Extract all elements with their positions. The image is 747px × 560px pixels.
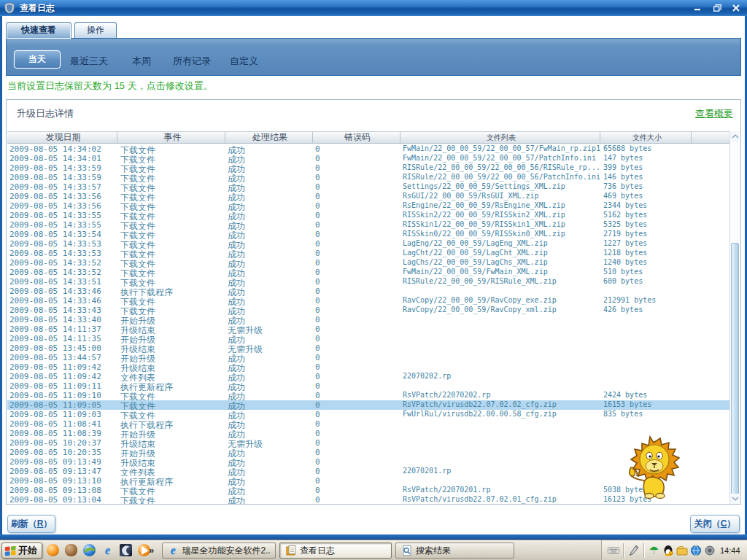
- table-row[interactable]: 2009-08-05 14:33:52 下载文件 成功 0 FwMain/22_…: [7, 268, 731, 277]
- vertical-scrollbar[interactable]: [729, 131, 740, 504]
- table-row[interactable]: 2009-08-05 11:08:41 执行下载程序 成功 0: [7, 419, 731, 429]
- cell-date: 2009-08-05 14:33:56: [7, 192, 117, 201]
- speaker-icon[interactable]: [703, 545, 716, 557]
- cell-result: 成功: [225, 230, 313, 239]
- table-row[interactable]: 2009-08-05 11:09:05 下载文件 成功 0 RsVPatch/v…: [7, 400, 731, 410]
- umbrella-icon[interactable]: ☂: [648, 545, 660, 557]
- cell-file: [400, 429, 600, 438]
- globe-icon[interactable]: [689, 545, 702, 557]
- scrollbar-thumb[interactable]: [731, 243, 739, 495]
- cell-date: 2009-08-05 11:09:11: [7, 381, 117, 391]
- filter-allrecords[interactable]: 所有记录: [173, 55, 211, 68]
- tab-operations[interactable]: 操作: [74, 22, 117, 38]
- keyboard-icon[interactable]: [607, 545, 619, 557]
- table-row[interactable]: 2009-08-05 13:45:00 升级结束 无需升级 0: [7, 343, 731, 353]
- table-row[interactable]: 2009-08-05 14:33:51 下载文件 成功 0 RISRule/22…: [7, 277, 731, 287]
- cell-code: 0: [313, 486, 400, 495]
- header-file[interactable]: 文件列表: [400, 132, 600, 143]
- table-row[interactable]: 2009-08-05 14:33:55 下载文件 成功 0 RISSkin2/2…: [7, 211, 731, 220]
- cell-date: 2009-08-05 14:34:02: [7, 144, 117, 154]
- table-row[interactable]: 2009-08-05 14:33:46 执行下载程序 成功 0: [7, 287, 731, 296]
- cell-result: 成功: [225, 258, 313, 268]
- cell-date: 2009-08-05 09:13:10: [7, 476, 117, 486]
- cell-date: 2009-08-05 14:33:52: [7, 258, 117, 268]
- filter-today-button[interactable]: 当天: [14, 50, 61, 69]
- scroll-up-icon[interactable]: [730, 131, 740, 141]
- filter-last3days[interactable]: 最近三天: [70, 55, 108, 68]
- table-row[interactable]: 2009-08-05 14:33:57 下载文件 成功 0 Settings/2…: [7, 182, 731, 192]
- table-row[interactable]: 2009-08-05 14:33:56 下载文件 成功 0 RsEngine/2…: [7, 201, 731, 211]
- table-row[interactable]: 2009-08-05 14:33:53 下载文件 成功 0 LagCht/22_…: [7, 249, 731, 258]
- pen-icon[interactable]: [627, 545, 640, 557]
- table-row[interactable]: 2009-08-05 14:33:43 下载文件 成功 0 RavCopy/22…: [7, 306, 731, 315]
- close-button[interactable]: [731, 3, 741, 12]
- filter-thisweek[interactable]: 本周: [132, 55, 151, 68]
- emule-icon[interactable]: [65, 544, 77, 556]
- table-row[interactable]: 2009-08-05 11:09:03 下载文件 成功 0 FwUrlRul/v…: [7, 410, 731, 419]
- table-row[interactable]: 2009-08-05 14:33:54 下载文件 成功 0 RISSkin0/2…: [7, 230, 731, 239]
- cell-file: RISRule/22_00_00_59/22_00_00_56/RISRule_…: [400, 163, 600, 173]
- cell-code: 0: [313, 391, 400, 400]
- table-row[interactable]: 2009-08-05 13:44:57 开始升级 成功 0: [7, 353, 731, 362]
- ie-icon: e: [167, 545, 179, 557]
- cell-code: 0: [313, 448, 400, 457]
- cell-date: 2009-08-05 09:13:04: [7, 495, 117, 504]
- qq-icon[interactable]: [662, 545, 674, 557]
- table-row[interactable]: 2009-08-05 14:11:35 开始升级 成功 0: [7, 334, 731, 343]
- table-row[interactable]: 2009-08-05 14:33:53 下载文件 成功 0 LagEng/22_…: [7, 239, 731, 249]
- scroll-down-icon[interactable]: [730, 494, 740, 504]
- table-row[interactable]: 2009-08-05 14:33:59 下载文件 成功 0 RISRule/22…: [7, 173, 731, 182]
- taskbar-task-item[interactable]: e瑞星全功能安全软件2...: [162, 542, 276, 559]
- cell-event: 开始升级: [117, 353, 225, 362]
- table-row[interactable]: 2009-08-05 14:33:40 开始升级 成功 0: [7, 315, 731, 324]
- maxthon-icon[interactable]: [47, 544, 59, 556]
- table-row[interactable]: 2009-08-05 14:33:52 下载文件 成功 0 LagChs/22_…: [7, 258, 731, 268]
- refresh-button[interactable]: 刷新（R）: [7, 515, 55, 533]
- google-earth-icon[interactable]: [83, 544, 96, 556]
- cell-event: 下载文件: [117, 173, 225, 182]
- table-row[interactable]: 2009-08-05 14:34:02 下载文件 成功 0 FwMain/22_…: [7, 144, 731, 154]
- cell-size: [600, 334, 692, 343]
- taskbar-task-active[interactable]: 查看日志: [279, 542, 392, 559]
- header-event[interactable]: 事件: [117, 132, 225, 143]
- ie-icon[interactable]: e: [101, 544, 114, 556]
- table-row[interactable]: 2009-08-05 14:33:55 下载文件 成功 0 RISSkin1/2…: [7, 220, 731, 230]
- tab-quick-view[interactable]: 快速查看: [6, 22, 71, 39]
- table-row[interactable]: 2009-08-05 11:09:10 下载文件 成功 0 RsVPatch/2…: [7, 391, 731, 400]
- cell-file: RISRule/22_00_00_59/RISRule_XML.zip: [400, 277, 600, 287]
- tray-separator: [643, 543, 644, 558]
- taskbar-task-item[interactable]: 搜索结果: [395, 542, 514, 559]
- header-date[interactable]: 发现日期: [7, 132, 117, 143]
- cell-result: 成功: [225, 163, 313, 173]
- cell-code: 0: [313, 429, 400, 438]
- quicklaunch-overflow-chevron[interactable]: »: [149, 545, 154, 556]
- minimize-button[interactable]: [693, 3, 703, 12]
- cell-file: LagEng/22_00_00_59/LagEng_XML.zip: [400, 239, 600, 249]
- close-dialog-button[interactable]: 关闭（C）: [690, 515, 740, 533]
- table-row[interactable]: 2009-08-05 14:33:59 下载文件 成功 0 RISRule/22…: [7, 163, 731, 173]
- table-row[interactable]: 2009-08-05 14:11:37 升级结束 无需升级 0: [7, 324, 731, 334]
- retention-status-line[interactable]: 当前设置日志保留天数为 15 天，点击修改设置。: [7, 79, 213, 93]
- header-code[interactable]: 错误码: [313, 132, 400, 143]
- table-row[interactable]: 2009-08-05 14:34:01 下载文件 成功 0 FwMain/22_…: [7, 154, 731, 163]
- cell-file: [400, 476, 600, 486]
- cell-result: 成功: [225, 457, 313, 467]
- cell-code: 0: [313, 381, 400, 391]
- table-row[interactable]: 2009-08-05 14:33:46 下载文件 成功 0 RavCopy/22…: [7, 296, 731, 306]
- header-result[interactable]: 处理结果: [225, 132, 313, 143]
- table-row[interactable]: 2009-08-05 14:33:56 下载文件 成功 0 RsGUI/22_0…: [7, 192, 731, 201]
- table-row[interactable]: 2009-08-05 11:09:42 升级结束 成功 0: [7, 362, 731, 372]
- cell-size: 736 bytes: [600, 182, 692, 192]
- restore-button[interactable]: [712, 3, 722, 12]
- view-summary-link[interactable]: 查看概要: [695, 107, 733, 120]
- cell-event: 升级结束: [117, 438, 225, 448]
- folder-icon[interactable]: [676, 545, 688, 557]
- header-size[interactable]: 文件大小: [600, 132, 692, 143]
- start-button[interactable]: 开始: [1, 542, 42, 559]
- filter-custom[interactable]: 自定义: [230, 55, 258, 68]
- cell-event: 下载文件: [117, 182, 225, 192]
- table-row[interactable]: 2009-08-05 11:09:42 文件列表 成功 0 22070202.r…: [7, 372, 731, 381]
- media-player-icon[interactable]: [120, 544, 132, 556]
- cell-code: 0: [313, 315, 400, 324]
- table-row[interactable]: 2009-08-05 11:09:11 执行更新程序 成功 0: [7, 381, 731, 391]
